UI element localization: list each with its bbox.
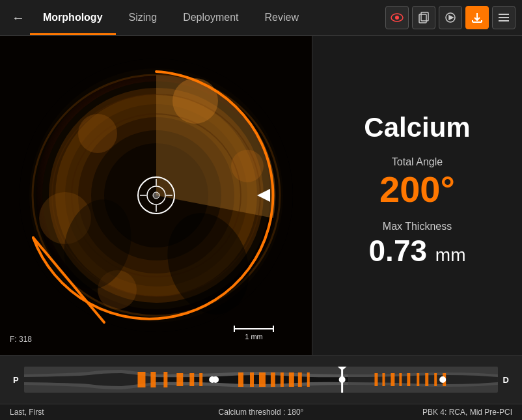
svg-point-43: [153, 192, 159, 199]
svg-rect-2: [421, 12, 428, 21]
main-content: 1 mm F: 318 Calcium Total Angle 200° Max…: [0, 36, 522, 355]
eye-button[interactable]: [385, 6, 409, 29]
tab-review[interactable]: Review: [252, 5, 312, 30]
svg-rect-68: [417, 373, 419, 386]
header-icon-group: [385, 6, 515, 29]
svg-point-31: [78, 114, 117, 153]
svg-rect-65: [391, 373, 394, 386]
center-crosshair: [138, 177, 174, 214]
svg-rect-58: [271, 372, 275, 387]
menu-button[interactable]: [492, 6, 515, 29]
patient-name: Last, First: [10, 408, 177, 417]
svg-rect-53: [189, 373, 194, 386]
timeline-p-label: P: [13, 375, 19, 385]
svg-rect-64: [382, 373, 385, 386]
total-angle-value: 200°: [379, 171, 455, 208]
svg-rect-59: [281, 372, 284, 387]
timeline-panel[interactable]: P: [0, 355, 522, 404]
status-bar: Last, First Calcium threshold : 180° PBK…: [0, 404, 522, 420]
svg-text:1 mm: 1 mm: [245, 333, 263, 341]
svg-rect-61: [297, 372, 301, 387]
svg-rect-3: [419, 14, 426, 23]
total-angle-section: Total Angle 200°: [379, 156, 455, 208]
calcium-threshold: Calcium threshold : 180°: [177, 408, 344, 417]
svg-text:F: 318: F: 318: [10, 335, 32, 344]
max-thickness-value: 0.73 mm: [369, 236, 466, 266]
svg-rect-60: [289, 372, 294, 387]
oct-canvas: 1 mm F: 318: [0, 36, 312, 355]
svg-marker-77: [337, 367, 346, 371]
play-button[interactable]: [439, 6, 462, 29]
calcium-title: Calcium: [364, 112, 470, 143]
svg-rect-50: [150, 372, 156, 387]
svg-point-1: [395, 16, 399, 20]
svg-point-75: [439, 376, 446, 383]
tab-deployment[interactable]: Deployment: [170, 5, 251, 30]
svg-rect-49: [137, 372, 145, 387]
oct-svg: 1 mm F: 318: [0, 36, 312, 355]
svg-point-30: [231, 150, 264, 182]
total-angle-label: Total Angle: [379, 156, 455, 168]
svg-rect-69: [425, 373, 428, 386]
svg-rect-70: [434, 373, 437, 386]
svg-rect-67: [407, 373, 410, 386]
timeline-svg: [24, 367, 498, 393]
oct-image-panel[interactable]: 1 mm F: 318: [0, 36, 312, 355]
procedure-info: PBK 4: RCA, Mid Pre-PCI: [345, 408, 512, 417]
svg-rect-56: [250, 372, 254, 387]
svg-rect-66: [399, 373, 402, 386]
back-button[interactable]: ←: [7, 6, 30, 29]
svg-rect-54: [199, 373, 202, 386]
max-thickness-label: Max Thickness: [369, 221, 466, 232]
navigation-tabs: Morphology Sizing Deployment Review: [30, 5, 385, 30]
tab-morphology[interactable]: Morphology: [30, 5, 116, 30]
max-thickness-section: Max Thickness 0.73 mm: [369, 221, 466, 266]
download-button[interactable]: [465, 6, 489, 29]
copy-button[interactable]: [412, 6, 435, 29]
svg-rect-51: [163, 372, 167, 387]
metrics-panel: Calcium Total Angle 200° Max Thickness 0…: [312, 36, 522, 355]
tab-sizing[interactable]: Sizing: [116, 5, 171, 30]
timeline-d-label: D: [503, 375, 509, 385]
svg-marker-5: [449, 16, 453, 20]
timeline-track[interactable]: [24, 367, 498, 393]
svg-rect-55: [238, 372, 243, 387]
svg-rect-63: [374, 373, 378, 386]
svg-point-73: [212, 376, 219, 383]
svg-point-29: [172, 78, 218, 124]
svg-rect-57: [259, 372, 266, 387]
header: ← Morphology Sizing Deployment Review: [0, 0, 522, 36]
svg-rect-52: [176, 373, 183, 386]
svg-rect-62: [307, 372, 309, 387]
